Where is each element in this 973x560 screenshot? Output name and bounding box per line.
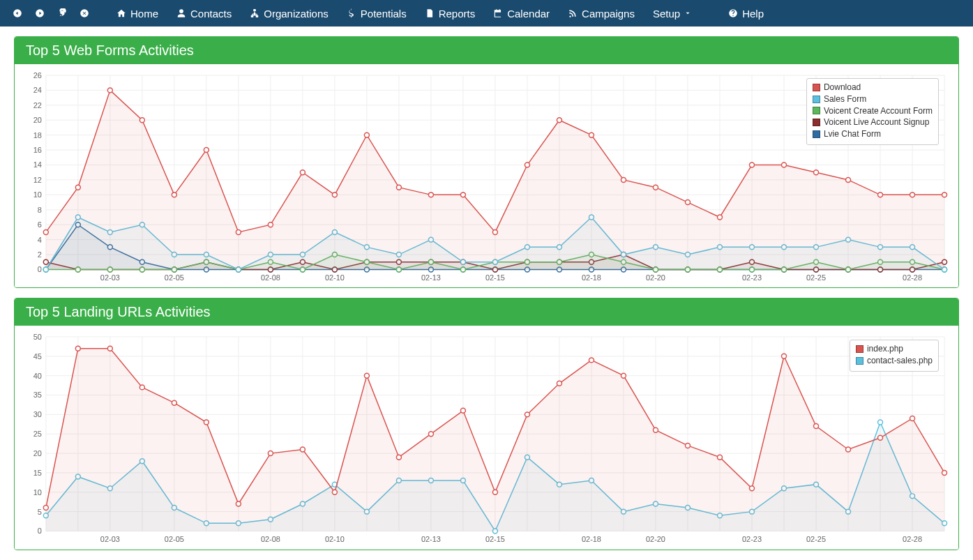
legend-landing-urls: index.php contact-sales.php (850, 340, 939, 372)
legend-swatch (856, 345, 863, 353)
svg-point-322 (492, 490, 497, 495)
nav-setup[interactable]: Setup (644, 2, 700, 25)
svg-text:6: 6 (38, 220, 42, 229)
panel-landing-urls: Top 5 Landing URLs Activities 0510152025… (14, 298, 959, 550)
calendar-icon (493, 8, 503, 18)
svg-text:02-03: 02-03 (100, 273, 120, 282)
nav-help-label: Help (742, 8, 764, 20)
legend-item-lvie-chat[interactable]: Lvie Chat Form (813, 128, 933, 140)
svg-point-206 (621, 177, 626, 182)
svg-text:02-23: 02-23 (742, 536, 762, 544)
nav-back-button[interactable] (7, 3, 28, 24)
legend-swatch (813, 96, 820, 103)
svg-text:02-08: 02-08 (261, 536, 280, 544)
svg-point-211 (782, 162, 787, 167)
svg-point-202 (492, 229, 497, 234)
nav-organizations-label: Organizations (264, 8, 329, 20)
svg-rect-2 (256, 15, 259, 17)
legend-swatch (813, 84, 820, 91)
nav-contacts[interactable]: Contacts (168, 2, 240, 25)
svg-point-331 (782, 354, 787, 359)
legend-label: contact-sales.php (867, 355, 933, 367)
legend-label: Sales Form (824, 93, 866, 105)
svg-point-323 (525, 412, 529, 417)
svg-point-305 (878, 420, 883, 425)
svg-text:16: 16 (33, 146, 42, 154)
svg-point-319 (396, 455, 401, 460)
svg-text:45: 45 (33, 352, 42, 361)
svg-point-208 (686, 200, 691, 205)
nav-help[interactable]: Help (720, 2, 772, 25)
nav-forward-button[interactable] (29, 3, 50, 24)
svg-point-330 (750, 486, 755, 491)
svg-text:10: 10 (33, 488, 42, 497)
nav-organizations[interactable]: Organizations (241, 2, 337, 25)
svg-point-213 (846, 177, 851, 182)
legend-item-voicent-live[interactable]: Voicent Live Account Signup (813, 116, 933, 128)
nav-campaigns[interactable]: Campaigns (559, 2, 643, 25)
svg-point-316 (300, 447, 305, 452)
svg-point-191 (139, 118, 144, 123)
svg-point-321 (460, 409, 465, 414)
legend-item-sales-form[interactable]: Sales Form (813, 93, 933, 105)
svg-point-317 (332, 490, 337, 495)
svg-point-326 (621, 374, 626, 379)
legend-item-contact-sales[interactable]: contact-sales.php (856, 355, 933, 367)
svg-text:12: 12 (33, 176, 42, 184)
user-icon (176, 8, 186, 18)
panel-web-forms: Top 5 Web Forms Activities 0246810121416… (14, 36, 959, 288)
legend-item-index[interactable]: index.php (856, 343, 933, 355)
svg-text:0: 0 (38, 527, 42, 536)
svg-rect-0 (253, 9, 256, 11)
svg-point-193 (204, 148, 209, 153)
svg-point-318 (364, 374, 369, 379)
legend-label: Voicent Create Account Form (824, 105, 933, 117)
svg-text:22: 22 (33, 101, 42, 109)
svg-point-311 (139, 385, 144, 390)
svg-text:5: 5 (38, 508, 42, 516)
svg-text:02-15: 02-15 (485, 273, 505, 282)
svg-text:30: 30 (33, 411, 42, 419)
nav-reports[interactable]: Reports (416, 2, 484, 25)
svg-text:8: 8 (38, 206, 42, 214)
top-navbar: Home Contacts Organizations Potentials R… (0, 0, 973, 27)
nav-potentials[interactable]: Potentials (338, 2, 415, 25)
svg-text:20: 20 (33, 449, 42, 457)
home-icon (116, 8, 126, 18)
nav-stop-button[interactable] (74, 3, 95, 24)
svg-point-199 (396, 185, 401, 190)
svg-point-336 (942, 471, 947, 476)
svg-text:02-05: 02-05 (165, 273, 184, 282)
svg-text:15: 15 (33, 469, 42, 477)
chart-web-forms: 0246810121416182022242602-0302-0502-0802… (22, 70, 951, 285)
sitemap-icon (250, 8, 259, 18)
nav-calendar[interactable]: Calendar (485, 2, 558, 25)
nav-refresh-button[interactable] (52, 3, 73, 24)
legend-label: index.php (867, 343, 903, 355)
svg-text:40: 40 (33, 372, 42, 380)
svg-point-194 (236, 229, 241, 234)
svg-point-188 (43, 229, 48, 234)
nav-home[interactable]: Home (108, 2, 167, 25)
nav-potentials-label: Potentials (361, 8, 407, 20)
svg-point-335 (910, 416, 915, 421)
svg-point-201 (460, 192, 465, 197)
legend-item-download[interactable]: Download (813, 82, 933, 93)
svg-point-313 (204, 420, 209, 425)
svg-point-207 (653, 185, 658, 190)
svg-text:02-08: 02-08 (261, 273, 280, 282)
legend-swatch (813, 107, 820, 114)
legend-swatch (813, 130, 820, 138)
chevron-down-icon (684, 10, 691, 17)
legend-item-voicent-create[interactable]: Voicent Create Account Form (813, 105, 933, 117)
svg-point-312 (172, 401, 176, 406)
svg-point-215 (910, 192, 915, 197)
svg-text:0: 0 (38, 265, 42, 273)
close-circle-icon (80, 8, 89, 18)
svg-point-196 (300, 170, 305, 175)
svg-text:02-28: 02-28 (903, 273, 922, 282)
refresh-icon (57, 8, 67, 18)
file-text-icon (425, 8, 435, 18)
svg-text:20: 20 (33, 116, 42, 124)
svg-text:50: 50 (33, 333, 42, 341)
